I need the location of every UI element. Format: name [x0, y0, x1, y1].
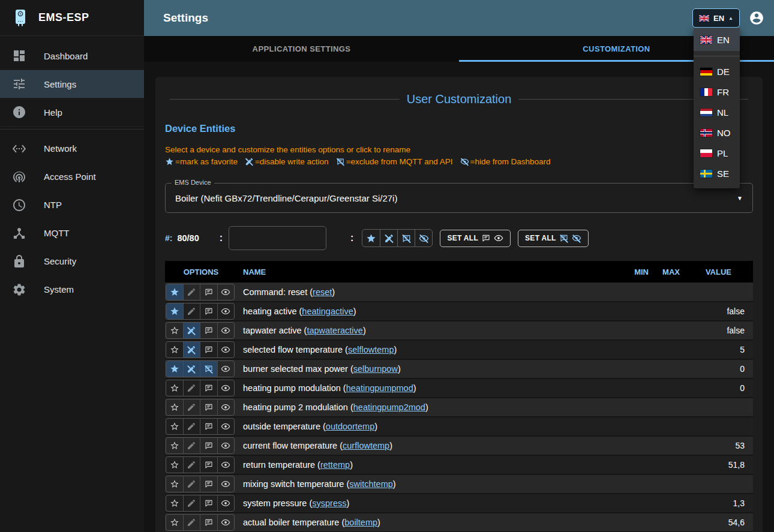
- entity-link[interactable]: selburnpow: [353, 364, 398, 374]
- entity-link[interactable]: boiltemp: [344, 518, 377, 527]
- language-option-de[interactable]: DE: [694, 61, 740, 82]
- entity-name-cell[interactable]: heating active (heatingactive): [237, 302, 621, 321]
- entity-link[interactable]: switchtemp: [349, 479, 393, 489]
- hide-toggle[interactable]: [217, 399, 235, 415]
- exclude-mqtt-toggle[interactable]: [200, 380, 217, 396]
- favorite-toggle[interactable]: [166, 399, 183, 415]
- hide-toggle[interactable]: [217, 303, 235, 319]
- exclude-mqtt-toggle[interactable]: [200, 399, 217, 415]
- exclude-mqtt-toggle[interactable]: [200, 361, 217, 377]
- disable-write-toggle[interactable]: [183, 476, 200, 492]
- hide-toggle[interactable]: [217, 323, 235, 338]
- entity-name-cell[interactable]: burner selected max power (selburnpow): [237, 359, 621, 378]
- disable-write-toggle[interactable]: [183, 495, 200, 511]
- favorite-toggle[interactable]: [166, 303, 183, 319]
- favorite-toggle[interactable]: [166, 419, 183, 434]
- hide-toggle[interactable]: [217, 380, 235, 396]
- favorite-toggle[interactable]: [166, 457, 183, 473]
- ems-device-select[interactable]: EMS Device Boiler (Nefit GBx72/Trendline…: [165, 183, 753, 213]
- language-option-fr[interactable]: FR: [694, 82, 740, 102]
- exclude-mqtt-toggle[interactable]: [200, 284, 217, 300]
- disable-write-toggle[interactable]: [183, 323, 200, 338]
- filter-hide-toggle[interactable]: [415, 230, 432, 247]
- disable-write-toggle[interactable]: [183, 361, 200, 377]
- favorite-toggle[interactable]: [166, 438, 183, 453]
- exclude-mqtt-toggle[interactable]: [200, 476, 217, 492]
- language-option-no[interactable]: NO: [694, 122, 740, 143]
- disable-write-toggle[interactable]: [183, 399, 200, 415]
- disable-write-toggle[interactable]: [183, 284, 200, 300]
- favorite-toggle[interactable]: [166, 476, 183, 492]
- exclude-mqtt-toggle[interactable]: [200, 342, 217, 357]
- language-option-nl[interactable]: NL: [694, 102, 740, 122]
- tab-application-settings[interactable]: APPLICATION SETTINGS: [144, 36, 459, 62]
- exclude-mqtt-toggle[interactable]: [200, 438, 217, 453]
- filter-favorite-toggle[interactable]: [362, 230, 380, 247]
- entity-name-cell[interactable]: current flow temperature (curflowtemp): [237, 436, 621, 455]
- hide-toggle[interactable]: [217, 419, 235, 434]
- entity-link[interactable]: heatingpumpmod: [346, 383, 413, 393]
- hide-toggle[interactable]: [217, 361, 235, 377]
- hide-toggle[interactable]: [217, 438, 235, 453]
- hide-toggle[interactable]: [217, 495, 235, 511]
- hide-toggle[interactable]: [217, 476, 235, 492]
- sidebar-item-access-point[interactable]: Access Point: [0, 163, 144, 191]
- entity-link[interactable]: tapwateractive: [307, 326, 363, 335]
- sidebar-item-security[interactable]: Security: [0, 247, 144, 275]
- entity-name-cell[interactable]: selected flow temperature (selflowtemp): [237, 340, 621, 359]
- account-circle-icon[interactable]: [749, 10, 764, 26]
- favorite-toggle[interactable]: [166, 342, 183, 357]
- entity-link[interactable]: heatingpump2mod: [353, 402, 425, 412]
- entity-name-cell[interactable]: Command: reset (reset): [237, 282, 621, 302]
- entity-link[interactable]: curflowtemp: [343, 441, 389, 450]
- entity-link[interactable]: outdoortemp: [326, 422, 374, 431]
- exclude-mqtt-toggle[interactable]: [200, 515, 217, 530]
- entity-name-cell[interactable]: system pressure (syspress): [237, 494, 621, 513]
- hide-toggle[interactable]: [217, 284, 235, 300]
- disable-write-toggle[interactable]: [183, 419, 200, 434]
- entity-link[interactable]: rettemp: [320, 460, 350, 470]
- sidebar-item-settings[interactable]: Settings: [0, 70, 144, 98]
- exclude-mqtt-toggle[interactable]: [200, 457, 217, 473]
- filter-disable-write-toggle[interactable]: [380, 230, 397, 247]
- hide-toggle[interactable]: [217, 515, 235, 530]
- filter-exclude-mqtt-toggle[interactable]: [397, 230, 415, 247]
- disable-write-toggle[interactable]: [183, 380, 200, 396]
- search-input[interactable]: [229, 226, 326, 250]
- favorite-toggle[interactable]: [166, 361, 183, 377]
- disable-write-toggle[interactable]: [183, 303, 200, 319]
- disable-write-toggle[interactable]: [183, 515, 200, 530]
- sidebar-item-mqtt[interactable]: MQTT: [0, 219, 144, 247]
- favorite-toggle[interactable]: [166, 284, 183, 300]
- exclude-mqtt-toggle[interactable]: [200, 419, 217, 434]
- set-all-show-button[interactable]: SET ALL: [440, 230, 511, 247]
- language-option-se[interactable]: SE: [694, 163, 740, 184]
- entity-link[interactable]: syspress: [312, 498, 346, 508]
- entity-name-cell[interactable]: heating pump 2 modulation (heatingpump2m…: [237, 398, 621, 417]
- hide-toggle[interactable]: [217, 457, 235, 473]
- entity-name-cell[interactable]: return temperature (rettemp): [237, 455, 621, 474]
- entity-link[interactable]: heatingactive: [302, 306, 353, 316]
- sidebar-item-dashboard[interactable]: Dashboard: [0, 42, 144, 70]
- entity-link[interactable]: reset: [313, 287, 332, 297]
- entity-name-cell[interactable]: tapwater active (tapwateractive): [237, 321, 621, 340]
- disable-write-toggle[interactable]: [183, 438, 200, 453]
- language-option-pl[interactable]: PL: [694, 143, 740, 163]
- favorite-toggle[interactable]: [166, 380, 183, 396]
- sidebar-item-network[interactable]: Network: [0, 134, 144, 163]
- exclude-mqtt-toggle[interactable]: [200, 303, 217, 319]
- favorite-toggle[interactable]: [166, 495, 183, 511]
- sidebar-item-ntp[interactable]: NTP: [0, 191, 144, 219]
- set-all-hide-button[interactable]: SET ALL: [518, 230, 589, 247]
- entity-name-cell[interactable]: mixing switch temperature (switchtemp): [237, 474, 621, 494]
- entity-name-cell[interactable]: heating pump modulation (heatingpumpmod): [237, 378, 621, 398]
- sidebar-item-help[interactable]: Help: [0, 98, 144, 127]
- language-option-en[interactable]: EN: [694, 28, 740, 51]
- exclude-mqtt-toggle[interactable]: [200, 495, 217, 511]
- entity-name-cell[interactable]: outside temperature (outdoortemp): [237, 417, 621, 436]
- disable-write-toggle[interactable]: [183, 457, 200, 473]
- exclude-mqtt-toggle[interactable]: [200, 323, 217, 338]
- entity-link[interactable]: selflowtemp: [348, 345, 394, 354]
- sidebar-item-system[interactable]: System: [0, 275, 144, 303]
- hide-toggle[interactable]: [217, 342, 235, 357]
